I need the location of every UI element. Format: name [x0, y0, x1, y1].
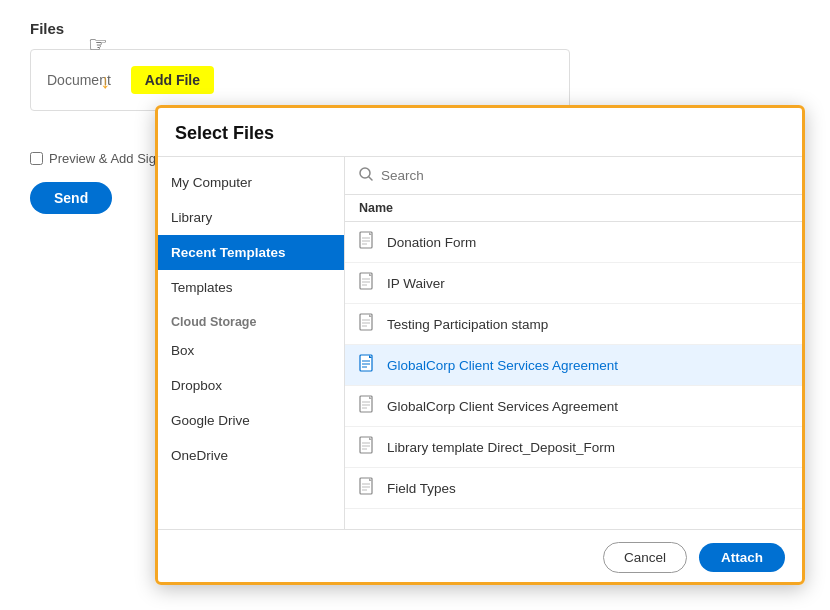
- modal-title: Select Files: [175, 123, 785, 144]
- file-icon: [359, 231, 377, 253]
- sidebar-item-library[interactable]: Library: [155, 200, 344, 235]
- file-item[interactable]: Field Types: [345, 468, 805, 509]
- file-name: GlobalCorp Client Services Agreement: [387, 358, 618, 373]
- sidebar-item-my-computer[interactable]: My Computer: [155, 165, 344, 200]
- select-files-modal: Select Files My Computer Library Recent …: [155, 105, 805, 585]
- sidebar-item-google-drive[interactable]: Google Drive: [155, 403, 344, 438]
- add-file-button[interactable]: Add File: [131, 66, 214, 94]
- content-area: Name Donation Form IP Waiver Testing Par…: [345, 157, 805, 529]
- sidebar-item-templates[interactable]: Templates: [155, 270, 344, 305]
- file-name: Library template Direct_Deposit_Form: [387, 440, 615, 455]
- file-item[interactable]: GlobalCorp Client Services Agreement: [345, 345, 805, 386]
- file-icon: [359, 272, 377, 294]
- modal-footer: Cancel Attach: [155, 529, 805, 585]
- file-icon: [359, 354, 377, 376]
- file-icon: [359, 395, 377, 417]
- arrow-icon: ↓: [100, 70, 110, 93]
- file-name: GlobalCorp Client Services Agreement: [387, 399, 618, 414]
- file-name: IP Waiver: [387, 276, 445, 291]
- preview-label: Preview & Add Signa: [49, 151, 170, 166]
- sidebar-item-box[interactable]: Box: [155, 333, 344, 368]
- sidebar-item-onedrive[interactable]: OneDrive: [155, 438, 344, 473]
- file-name: Testing Participation stamp: [387, 317, 548, 332]
- file-icon: [359, 313, 377, 335]
- file-item[interactable]: GlobalCorp Client Services Agreement: [345, 386, 805, 427]
- search-input[interactable]: [381, 168, 791, 183]
- file-list: Donation Form IP Waiver Testing Particip…: [345, 222, 805, 529]
- search-bar: [345, 157, 805, 195]
- file-icon: [359, 436, 377, 458]
- file-item[interactable]: Library template Direct_Deposit_Form: [345, 427, 805, 468]
- cursor-icon: ☞: [88, 32, 108, 58]
- send-button[interactable]: Send: [30, 182, 112, 214]
- sidebar-item-recent-templates[interactable]: Recent Templates: [155, 235, 344, 270]
- file-item[interactable]: Donation Form: [345, 222, 805, 263]
- sidebar-cloud-storage-header: Cloud Storage: [155, 305, 344, 333]
- modal-header: Select Files: [155, 105, 805, 157]
- modal-body: My Computer Library Recent Templates Tem…: [155, 157, 805, 529]
- file-item[interactable]: Testing Participation stamp: [345, 304, 805, 345]
- file-item[interactable]: IP Waiver: [345, 263, 805, 304]
- cancel-button[interactable]: Cancel: [603, 542, 687, 573]
- name-column-header: Name: [345, 195, 805, 222]
- files-title: Files: [30, 20, 800, 37]
- sidebar-item-dropbox[interactable]: Dropbox: [155, 368, 344, 403]
- sidebar: My Computer Library Recent Templates Tem…: [155, 157, 345, 529]
- file-name: Field Types: [387, 481, 456, 496]
- file-icon: [359, 477, 377, 499]
- preview-checkbox[interactable]: [30, 152, 43, 165]
- files-area: Document Add File: [30, 49, 570, 111]
- search-icon: [359, 167, 373, 184]
- svg-line-1: [369, 177, 372, 180]
- file-name: Donation Form: [387, 235, 476, 250]
- attach-button[interactable]: Attach: [699, 543, 785, 572]
- preview-checkbox-label: Preview & Add Signa: [30, 151, 170, 166]
